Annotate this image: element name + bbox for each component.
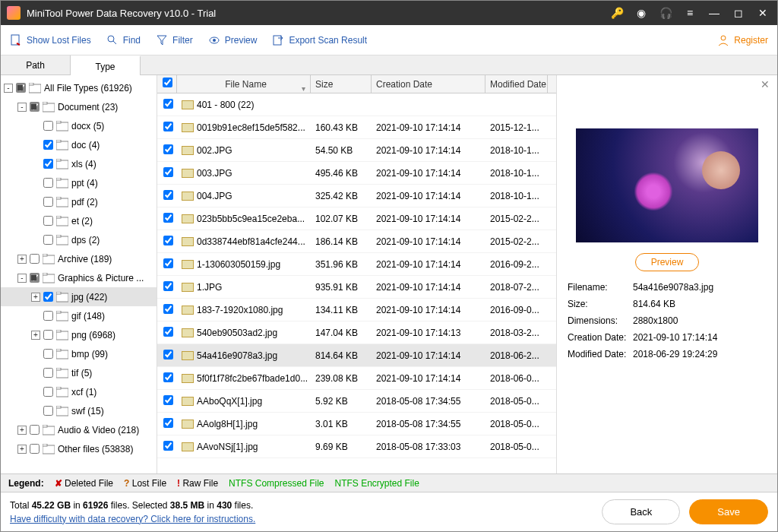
file-checkbox[interactable]: [163, 327, 173, 337]
tree-checkbox[interactable]: [43, 159, 53, 169]
file-checkbox[interactable]: [163, 258, 173, 268]
tree-item[interactable]: ppt (4): [1, 173, 157, 192]
file-row[interactable]: 023b5bb5c9ea15ce2eba...102.07 KB2021-09-…: [157, 207, 556, 230]
file-row[interactable]: 0019b91ec8ef15de5f582...160.43 KB2021-09…: [157, 116, 556, 139]
file-row[interactable]: AAvoNSj[1].jpg9.69 KB2018-05-08 17:33:03…: [157, 435, 556, 458]
file-checkbox[interactable]: [163, 99, 173, 109]
menu-icon[interactable]: ≡: [682, 5, 698, 21]
tree-item[interactable]: docx (5): [1, 116, 157, 135]
file-checkbox[interactable]: [163, 236, 173, 245]
tree-item[interactable]: bmp (99): [1, 344, 157, 363]
file-checkbox[interactable]: [163, 441, 173, 451]
tree-item[interactable]: doc (4): [1, 135, 157, 154]
preview-button[interactable]: Preview: [208, 34, 258, 46]
register-button[interactable]: Register: [717, 34, 768, 46]
help-link[interactable]: Have difficulty with data recovery? Clic…: [10, 514, 255, 524]
filter-button[interactable]: Filter: [156, 34, 193, 46]
file-row[interactable]: 002.JPG54.50 KB2021-09-10 17:14:142018-1…: [157, 139, 556, 162]
close-icon[interactable]: ✕: [754, 5, 771, 21]
tree-checkbox[interactable]: [43, 387, 53, 397]
minimize-icon[interactable]: —: [706, 5, 723, 21]
tree-checkbox[interactable]: [43, 311, 53, 321]
tree-item[interactable]: -All File Types (61926): [1, 78, 157, 97]
tree-checkbox[interactable]: [43, 330, 53, 340]
file-checkbox[interactable]: [163, 395, 173, 405]
tree-item[interactable]: gif (148): [1, 306, 157, 325]
disc-icon[interactable]: ◉: [633, 5, 650, 21]
tree-checkbox[interactable]: [43, 197, 53, 207]
tree-item[interactable]: dps (2): [1, 230, 157, 249]
file-row[interactable]: 0d338744ebf81a4cfe244...186.14 KB2021-09…: [157, 230, 556, 253]
header-filename[interactable]: File Name▾: [177, 75, 311, 93]
file-row[interactable]: 183-7-1920x1080.jpg134.11 KB2021-09-10 1…: [157, 299, 556, 321]
expand-icon[interactable]: -: [17, 274, 27, 283]
file-checkbox[interactable]: [163, 418, 173, 428]
tree-checkbox[interactable]: [43, 406, 53, 416]
tab-path[interactable]: Path: [1, 55, 71, 74]
tree-item[interactable]: -Graphics & Picture ...: [1, 268, 157, 287]
file-row[interactable]: AAboQqX[1].jpg5.92 KB2018-05-08 17:34:55…: [157, 390, 556, 413]
tree-item[interactable]: +Archive (189): [1, 249, 157, 268]
tree-checkbox[interactable]: [43, 368, 53, 378]
file-row[interactable]: AAolg8H[1].jpg3.01 KB2018-05-08 17:34:55…: [157, 413, 556, 435]
tree-checkbox[interactable]: [43, 292, 53, 302]
tree-checkbox[interactable]: [30, 254, 40, 264]
file-row[interactable]: 1.JPG935.91 KB2021-09-10 17:14:142018-07…: [157, 276, 556, 299]
expand-icon[interactable]: +: [17, 426, 27, 435]
tree-checkbox[interactable]: [43, 235, 53, 245]
tree-item[interactable]: +Audio & Video (218): [1, 420, 157, 439]
headphones-icon[interactable]: 🎧: [657, 5, 674, 21]
expand-icon[interactable]: -: [4, 84, 13, 93]
tree-checkbox[interactable]: [30, 425, 40, 435]
file-row[interactable]: 540eb90503ad2.jpg147.04 KB2021-09-10 17:…: [157, 321, 556, 344]
tree-checkbox[interactable]: [43, 216, 53, 226]
tree-item[interactable]: swf (15): [1, 401, 157, 420]
expand-icon[interactable]: +: [31, 293, 40, 302]
file-checkbox[interactable]: [163, 144, 173, 154]
tree-item[interactable]: +jpg (422): [1, 287, 157, 306]
tree-checkbox[interactable]: [43, 121, 53, 131]
tree-item[interactable]: +png (6968): [1, 325, 157, 344]
file-checkbox[interactable]: [163, 213, 173, 223]
header-creation-date[interactable]: Creation Date: [372, 75, 485, 93]
find-button[interactable]: Find: [106, 34, 141, 46]
export-button[interactable]: Export Scan Result: [272, 34, 367, 46]
expand-icon[interactable]: +: [31, 331, 40, 340]
expand-icon[interactable]: -: [17, 103, 27, 112]
file-checkbox[interactable]: [163, 350, 173, 359]
close-preview-icon[interactable]: ✕: [761, 78, 770, 90]
tree-checkbox[interactable]: [43, 349, 53, 359]
tree-item[interactable]: xcf (1): [1, 382, 157, 401]
back-button[interactable]: Back: [602, 499, 680, 524]
tree-checkbox[interactable]: [43, 178, 53, 188]
tree-item[interactable]: -Document (23): [1, 97, 157, 116]
header-modified-date[interactable]: Modified Date: [485, 75, 548, 93]
tree-item[interactable]: pdf (2): [1, 192, 157, 211]
file-row[interactable]: 401 - 800 (22): [157, 93, 556, 116]
file-checkbox[interactable]: [163, 304, 173, 314]
file-list[interactable]: File Name▾ Size Creation Date Modified D…: [157, 75, 557, 473]
tree-checkbox[interactable]: [30, 444, 40, 454]
file-row[interactable]: 004.JPG325.42 KB2021-09-10 17:14:142018-…: [157, 185, 556, 207]
tree-item[interactable]: et (2): [1, 211, 157, 230]
tree-item[interactable]: +Other files (53838): [1, 439, 157, 458]
file-checkbox[interactable]: [163, 372, 173, 382]
file-checkbox[interactable]: [163, 167, 173, 177]
file-checkbox[interactable]: [163, 281, 173, 291]
file-type-tree[interactable]: -All File Types (61926)-Document (23)doc…: [1, 75, 157, 473]
show-lost-files-button[interactable]: Show Lost Files: [10, 34, 91, 46]
maximize-icon[interactable]: ◻: [730, 5, 747, 21]
file-row[interactable]: 003.JPG495.46 KB2021-09-10 17:14:142018-…: [157, 162, 556, 185]
file-checkbox[interactable]: [163, 190, 173, 200]
expand-icon[interactable]: +: [17, 445, 27, 454]
file-checkbox[interactable]: [163, 122, 173, 131]
tree-item[interactable]: xls (4): [1, 154, 157, 173]
tab-type[interactable]: Type: [71, 55, 141, 75]
file-row[interactable]: 1-130603050159.jpg351.96 KB2021-09-10 17…: [157, 253, 556, 276]
key-icon[interactable]: 🔑: [609, 5, 625, 21]
file-row[interactable]: 5f0f1f78fc2be67fbade1d0...239.08 KB2021-…: [157, 367, 556, 390]
tree-checkbox[interactable]: [43, 140, 53, 150]
header-checkbox[interactable]: [157, 75, 177, 93]
file-row[interactable]: 54a416e9078a3.jpg814.64 KB2021-09-10 17:…: [157, 344, 556, 367]
tree-item[interactable]: tif (5): [1, 363, 157, 382]
